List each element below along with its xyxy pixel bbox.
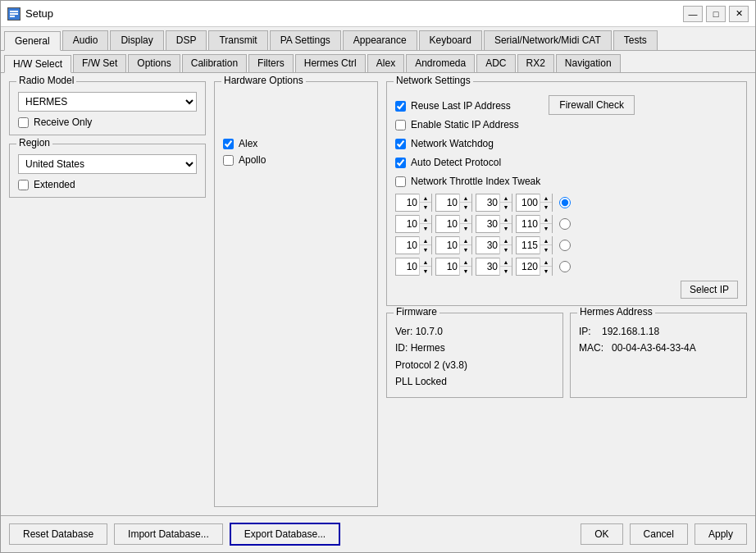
ip4-f3-down[interactable]: ▼ xyxy=(500,267,512,276)
ip3-radio[interactable] xyxy=(559,240,571,251)
subtab-adc[interactable]: ADC xyxy=(476,54,515,72)
enable-static-checkbox[interactable] xyxy=(395,120,406,130)
alex-checkbox[interactable] xyxy=(223,139,234,149)
ip1-f4-down[interactable]: ▼ xyxy=(540,203,552,212)
ip2-f1-input[interactable] xyxy=(396,217,419,231)
maximize-button[interactable]: □ xyxy=(706,6,726,22)
ip3-f4-input[interactable] xyxy=(517,238,540,253)
tab-keyboard[interactable]: Keyboard xyxy=(419,30,482,50)
receive-only-checkbox[interactable] xyxy=(18,117,29,128)
minimize-button[interactable]: — xyxy=(683,6,703,22)
ip3-f1-up[interactable]: ▲ xyxy=(420,236,431,245)
tab-appearance[interactable]: Appearance xyxy=(343,30,417,50)
ip2-field4: ▲▼ xyxy=(516,215,553,233)
subtab-calibration[interactable]: Calibration xyxy=(182,54,247,72)
ip2-f4-down[interactable]: ▼ xyxy=(540,224,552,233)
import-database-button[interactable]: Import Database... xyxy=(114,523,223,545)
ip3-f4-down[interactable]: ▼ xyxy=(540,245,552,254)
ip3-f4-up[interactable]: ▲ xyxy=(540,236,552,245)
cancel-button[interactable]: Cancel xyxy=(630,523,688,545)
subtab-hermes-ctrl[interactable]: Hermes Ctrl xyxy=(295,54,366,72)
ip4-radio[interactable] xyxy=(559,261,571,272)
ip2-f3-down[interactable]: ▼ xyxy=(500,224,512,233)
subtab-navigation[interactable]: Navigation xyxy=(556,54,621,72)
extended-checkbox[interactable] xyxy=(18,180,29,190)
ip2-f1-up[interactable]: ▲ xyxy=(420,215,431,224)
ip4-f2-up[interactable]: ▲ xyxy=(460,258,471,267)
ip3-f3-input[interactable] xyxy=(476,238,499,253)
region-select[interactable]: United States Other xyxy=(18,154,197,174)
ip2-f2-up[interactable]: ▲ xyxy=(460,215,471,224)
ip1-f4-up[interactable]: ▲ xyxy=(540,194,552,203)
ip4-f1-down[interactable]: ▼ xyxy=(420,267,431,276)
select-ip-button[interactable]: Select IP xyxy=(681,281,738,299)
subtab-hw-select[interactable]: H/W Select xyxy=(4,55,71,73)
tab-tests[interactable]: Tests xyxy=(613,30,658,50)
radio-model-select[interactable]: HERMES ANGELIA ORION ORION MkII xyxy=(18,92,197,112)
tab-transmit[interactable]: Transmit xyxy=(208,30,267,50)
subtab-rx2[interactable]: RX2 xyxy=(517,54,554,72)
ip4-f4-input[interactable] xyxy=(517,259,540,274)
tab-dsp[interactable]: DSP xyxy=(166,30,207,50)
ip2-f3-input[interactable] xyxy=(476,217,499,231)
tab-serial-network[interactable]: Serial/Network/Midi CAT xyxy=(484,30,612,50)
ip4-f2-input[interactable] xyxy=(436,259,459,274)
ip1-f2-input[interactable] xyxy=(436,195,459,210)
ip1-f3-down[interactable]: ▼ xyxy=(500,203,512,212)
ip-row-2: ▲▼ ▲▼ ▲▼ ▲▼ xyxy=(395,215,738,233)
network-watchdog-checkbox[interactable] xyxy=(395,139,406,149)
ip3-f1-input[interactable] xyxy=(396,238,419,253)
subtab-alex[interactable]: Alex xyxy=(367,54,404,72)
ip2-f4-input[interactable] xyxy=(517,217,540,231)
ip3-f2-input[interactable] xyxy=(436,238,459,253)
ip4-f1-input[interactable] xyxy=(396,259,419,274)
reset-database-button[interactable]: Reset Database xyxy=(9,523,107,545)
auto-detect-checkbox[interactable] xyxy=(395,158,406,168)
network-throttle-checkbox[interactable] xyxy=(395,176,406,187)
ip1-f1-up[interactable]: ▲ xyxy=(420,194,431,203)
ip4-f2-down[interactable]: ▼ xyxy=(460,267,471,276)
firmware-id: ID: Hermes xyxy=(395,340,554,356)
ip1-f1-down[interactable]: ▼ xyxy=(420,203,431,212)
tab-general[interactable]: General xyxy=(4,31,61,51)
tab-audio[interactable]: Audio xyxy=(62,30,109,50)
close-button[interactable]: ✕ xyxy=(729,6,749,22)
ip3-field4: ▲▼ xyxy=(516,236,553,254)
subtab-options[interactable]: Options xyxy=(128,54,180,72)
ip1-f4-input[interactable] xyxy=(517,195,540,210)
ip1-f2-up[interactable]: ▲ xyxy=(460,194,471,203)
subtab-filters[interactable]: Filters xyxy=(248,54,294,72)
ip4-f4-down[interactable]: ▼ xyxy=(540,267,552,276)
ip3-f3-up[interactable]: ▲ xyxy=(500,236,512,245)
ip2-f1-down[interactable]: ▼ xyxy=(420,224,431,233)
ip1-f3-input[interactable] xyxy=(476,195,499,210)
ip4-field3: ▲▼ xyxy=(476,258,512,276)
ip1-f3-up[interactable]: ▲ xyxy=(500,194,512,203)
ip4-f3-up[interactable]: ▲ xyxy=(500,258,512,267)
apollo-checkbox[interactable] xyxy=(223,155,234,166)
ip3-f3-down[interactable]: ▼ xyxy=(500,245,512,254)
firewall-check-button[interactable]: Firewall Check xyxy=(549,95,635,115)
subtab-fw-set[interactable]: F/W Set xyxy=(73,54,126,72)
ip1-f2-down[interactable]: ▼ xyxy=(460,203,471,212)
ip3-f1-down[interactable]: ▼ xyxy=(420,245,431,254)
ip3-f2-down[interactable]: ▼ xyxy=(460,245,471,254)
ok-button[interactable]: OK xyxy=(581,523,622,545)
ip2-f2-input[interactable] xyxy=(436,217,459,231)
export-database-button[interactable]: Export Database... xyxy=(230,523,340,546)
ip2-radio[interactable] xyxy=(559,218,571,230)
subtab-andromeda[interactable]: Andromeda xyxy=(406,54,475,72)
ip1-radio[interactable] xyxy=(559,197,571,208)
ip2-f4-up[interactable]: ▲ xyxy=(540,215,552,224)
apply-button[interactable]: Apply xyxy=(695,523,747,545)
ip4-f4-up[interactable]: ▲ xyxy=(540,258,552,267)
ip2-f3-up[interactable]: ▲ xyxy=(500,215,512,224)
ip4-f1-up[interactable]: ▲ xyxy=(420,258,431,267)
ip4-f3-input[interactable] xyxy=(476,259,499,274)
ip2-f2-down[interactable]: ▼ xyxy=(460,224,471,233)
ip1-f1-input[interactable] xyxy=(396,195,419,210)
tab-display[interactable]: Display xyxy=(110,30,163,50)
reuse-ip-checkbox[interactable] xyxy=(395,101,406,112)
ip3-f2-up[interactable]: ▲ xyxy=(460,236,471,245)
tab-pa-settings[interactable]: PA Settings xyxy=(270,30,341,50)
